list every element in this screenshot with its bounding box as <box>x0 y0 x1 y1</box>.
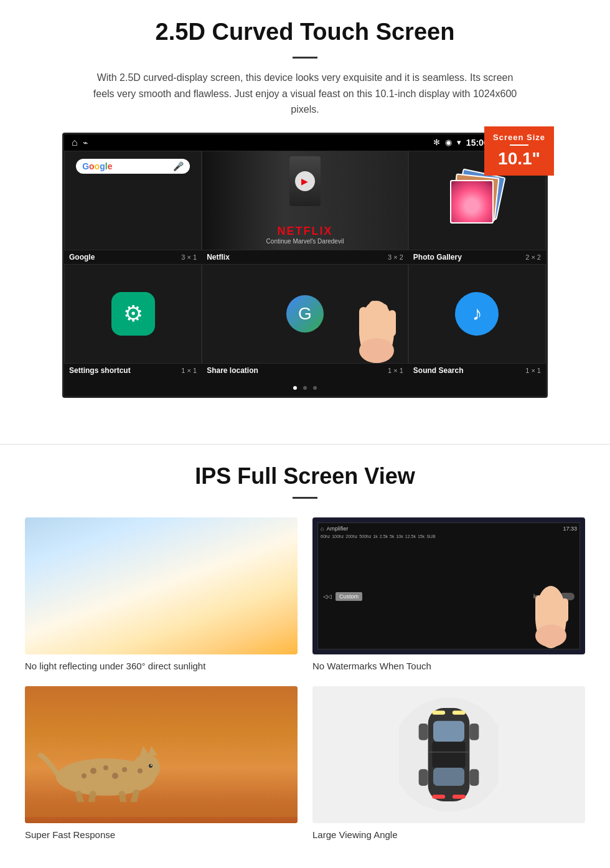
feature-grid: No light reflecting under 360° direct su… <box>25 517 585 840</box>
svg-rect-33 <box>419 724 428 740</box>
section-ips: IPS Full Screen View No light reflecting… <box>0 463 610 859</box>
amp-title: Amplifier <box>326 526 348 532</box>
svg-rect-38 <box>432 710 445 715</box>
feature-amplifier: ⌂ Amplifier 17:33 60hz 100hz 200hz 500hz… <box>312 517 585 671</box>
app-cell-google[interactable]: Google 🎤 <box>64 151 202 250</box>
svg-point-13 <box>133 754 160 781</box>
google-grid-size: 3 × 1 <box>181 253 197 261</box>
svg-point-25 <box>138 768 143 773</box>
hand-overlay <box>352 282 401 363</box>
photo-stack <box>449 172 505 229</box>
svg-rect-3 <box>379 304 388 335</box>
svg-rect-31 <box>433 768 464 786</box>
amp-home-icon: ⌂ <box>321 526 324 532</box>
amp-time: 17:33 <box>563 526 577 532</box>
section1-divider <box>293 57 317 59</box>
netflix-background: ▶ NETFLIX Continue Marvel's Daredevil <box>202 151 408 250</box>
google-logo: Google <box>82 161 112 171</box>
feature-car: Large Viewing Angle <box>312 686 585 840</box>
google-search-bar[interactable]: Google 🎤 <box>76 159 190 174</box>
netflix-play-button[interactable]: ▶ <box>295 171 315 191</box>
svg-rect-1 <box>359 307 368 338</box>
svg-rect-36 <box>469 769 479 786</box>
app-cell-netflix[interactable]: ▶ NETFLIX Continue Marvel's Daredevil <box>202 151 408 250</box>
svg-point-24 <box>122 767 127 772</box>
app-labels-bottom: Settings shortcut 1 × 1 Share location 1… <box>64 364 546 377</box>
share-grid-size: 1 × 1 <box>388 367 403 374</box>
status-bar: ⌂ ⌁ ✻ ◉ ▾ 15:06 ⊡ ◁) ✕ ▭ <box>64 134 546 151</box>
app-grid-top: Google 🎤 ▶ <box>64 151 546 250</box>
cheetah-label: Super Fast Response <box>25 829 298 840</box>
bluetooth-icon: ✻ <box>433 138 440 147</box>
location-icon: ◉ <box>445 138 452 147</box>
badge-size: 10.1" <box>493 148 545 169</box>
dust-cloud <box>25 792 298 817</box>
photo-app-name: Photo Gallery <box>413 253 462 262</box>
app-cell-settings[interactable]: ⚙ <box>64 264 202 364</box>
sound-app-name: Sound Search <box>413 366 464 375</box>
svg-marker-14 <box>140 746 149 755</box>
wifi-icon: ▾ <box>457 138 461 147</box>
svg-rect-4 <box>388 310 396 336</box>
svg-rect-10 <box>561 598 568 622</box>
svg-rect-30 <box>433 721 464 742</box>
section-divider <box>0 444 610 445</box>
settings-app-name: Settings shortcut <box>69 366 131 375</box>
netflix-logo: NETFLIX <box>207 225 403 238</box>
badge-title: Screen Size <box>493 133 545 143</box>
google-mic-icon[interactable]: 🎤 <box>173 161 184 171</box>
photo-label-row: Photo Gallery 2 × 2 <box>408 250 546 264</box>
car-top-view-svg <box>399 692 499 817</box>
app-labels-top: Google 3 × 1 Netflix 3 × 2 Photo Gallery… <box>64 250 546 264</box>
section2-title: IPS Full Screen View <box>25 463 585 489</box>
share-location-content: G <box>202 265 408 363</box>
svg-rect-7 <box>535 595 543 623</box>
feature-sunlight: No light reflecting under 360° direct su… <box>25 517 298 671</box>
app-cell-share-location[interactable]: G <box>202 264 408 364</box>
car-label: Large Viewing Angle <box>312 829 585 840</box>
maps-g-icon: G <box>286 295 324 333</box>
svg-rect-34 <box>469 724 479 740</box>
section1-title: 2.5D Curved Touch Screen <box>37 19 573 45</box>
screen-size-badge: Screen Size 10.1" <box>484 126 554 176</box>
share-app-name: Share location <box>207 366 258 375</box>
google-app-name: Google <box>69 253 95 262</box>
feature-cheetah: Super Fast Response <box>25 686 298 840</box>
svg-rect-41 <box>453 795 466 799</box>
screen-mockup: Screen Size 10.1" ⌂ ⌁ ✻ ◉ ▾ 15:06 ⊡ ◁) ✕… <box>62 133 548 398</box>
section1-description: With 2.5D curved-display screen, this de… <box>87 70 523 118</box>
svg-rect-2 <box>369 301 378 335</box>
sound-label-row: Sound Search 1 × 1 <box>408 364 546 377</box>
svg-point-5 <box>359 338 394 363</box>
dot-2 <box>303 386 307 390</box>
share-label-row: Share location 1 × 1 <box>202 364 408 377</box>
netflix-app-name: Netflix <box>207 253 230 262</box>
flower-image <box>451 181 492 222</box>
cheetah-bg <box>25 686 298 823</box>
svg-point-11 <box>535 625 566 647</box>
svg-point-22 <box>112 773 118 779</box>
amp-top-bar: ⌂ Amplifier 17:33 <box>321 526 577 532</box>
car-image <box>312 686 585 823</box>
pagination-dots <box>64 377 546 396</box>
svg-point-20 <box>90 768 96 774</box>
photo-grid-size: 2 × 2 <box>525 253 541 261</box>
svg-rect-40 <box>432 795 445 799</box>
home-icon: ⌂ <box>72 137 78 148</box>
svg-rect-35 <box>419 769 428 786</box>
netflix-grid-size: 3 × 2 <box>388 253 403 261</box>
svg-marker-15 <box>148 746 157 755</box>
svg-rect-8 <box>544 589 551 620</box>
section-curved-touch: 2.5D Curved Touch Screen With 2.5D curve… <box>0 0 610 413</box>
amplifier-image: ⌂ Amplifier 17:33 60hz 100hz 200hz 500hz… <box>312 517 585 654</box>
section2-divider <box>293 497 317 499</box>
settings-icon: ⚙ <box>111 292 155 336</box>
svg-point-27 <box>151 765 152 766</box>
svg-point-23 <box>82 773 87 778</box>
google-label-row: Google 3 × 1 <box>64 250 202 264</box>
svg-point-21 <box>103 765 108 770</box>
app-cell-sound-search[interactable]: ♪ <box>408 264 546 364</box>
device-screen: ⌂ ⌁ ✻ ◉ ▾ 15:06 ⊡ ◁) ✕ ▭ <box>62 133 548 398</box>
sunlight-label: No light reflecting under 360° direct su… <box>25 661 298 671</box>
netflix-label-row: Netflix 3 × 2 <box>202 250 408 264</box>
